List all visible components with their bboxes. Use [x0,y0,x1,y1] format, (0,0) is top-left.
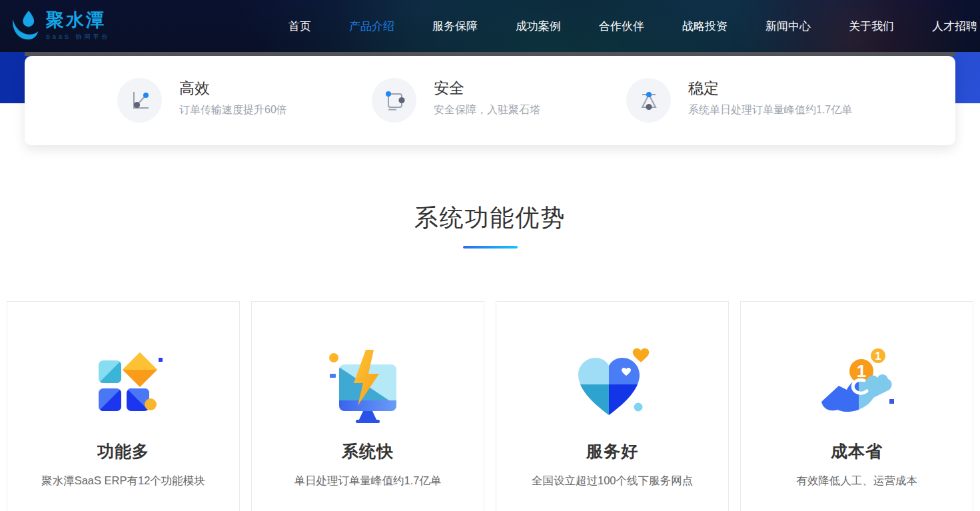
brand-tagline: SaaS 协同平台 [46,33,111,41]
advantage-card-cost: 1 1 成本省 有效降低人工、运营成本 [740,301,973,511]
modules-grid-icon [80,346,167,424]
navbar: 聚水潭 SaaS 协同平台 首页 产品介绍 服务保障 成功案例 合作伙伴 战略投… [0,0,980,52]
highlight-card: 高效 订单传输速度提升60倍 安全 安全保障，入驻聚石塔 [25,56,955,145]
advantage-desc: 全国设立超过100个线下服务网点 [496,474,728,488]
highlight-security: 安全 安全保障，入驻聚石塔 [372,78,540,123]
highlight-stability: 稳定 系统单日处理订单量峰值约1.7亿单 [626,78,852,123]
nav-item-news[interactable]: 新闻中心 [765,19,811,34]
nav-item-about[interactable]: 关于我们 [849,19,894,34]
highlight-icon-circle [372,78,416,123]
lightning-monitor-icon [324,346,411,424]
stable-triangle-icon [637,89,661,113]
water-drop-icon [9,9,40,43]
highlight-desc: 安全保障，入驻聚石塔 [434,103,540,117]
highlight-title: 高效 [179,80,287,97]
highlight-text: 高效 订单传输速度提升60倍 [179,78,287,117]
advantage-title: 系统快 [252,440,484,462]
advantage-title: 服务好 [496,440,728,462]
line-chart-icon [128,89,152,113]
highlight-desc: 订单传输速度提升60倍 [179,103,287,117]
brand-text: 聚水潭 SaaS 协同平台 [46,11,111,41]
section-title-underline [463,246,518,249]
heart-icon [569,346,656,424]
secure-box-icon [382,89,406,113]
advantage-cards-row: 功能多 聚水潭SaaS ERP有12个功能模块 系统快 单日处 [0,301,980,511]
hand-coin-icon: 1 1 [813,346,900,424]
nav-item-service-guarantee[interactable]: 服务保障 [432,19,478,34]
advantage-card-service: 服务好 全国设立超过100个线下服务网点 [496,301,729,511]
highlight-text: 稳定 系统单日处理订单量峰值约1.7亿单 [688,78,852,117]
nav-item-careers[interactable]: 人才招聘 [932,19,977,34]
advantage-desc: 聚水潭SaaS ERP有12个功能模块 [7,474,239,488]
section-title: 系统功能优势 [0,202,980,235]
advantage-card-features: 功能多 聚水潭SaaS ERP有12个功能模块 [7,301,240,511]
section-header: 系统功能优势 [0,202,980,249]
highlight-icon-circle [117,78,162,123]
highlight-efficiency: 高效 订单传输速度提升60倍 [117,78,287,123]
highlight-desc: 系统单日处理订单量峰值约1.7亿单 [688,103,852,117]
nav-item-partners[interactable]: 合作伙伴 [599,19,644,34]
main-nav: 首页 产品介绍 服务保障 成功案例 合作伙伴 战略投资 新闻中心 关于我们 人才… [288,19,977,34]
highlight-icon-circle [626,78,671,123]
highlight-title: 稳定 [688,80,852,97]
coin-number-small: 1 [875,350,881,362]
coin-number: 1 [857,361,866,381]
nav-item-investment[interactable]: 战略投资 [682,19,728,34]
highlight-title: 安全 [434,80,540,97]
advantage-title: 功能多 [7,440,239,462]
advantage-title: 成本省 [741,440,973,462]
nav-item-success-cases[interactable]: 成功案例 [516,19,561,34]
nav-item-home[interactable]: 首页 [288,19,311,34]
advantage-desc: 单日处理订单量峰值约1.7亿单 [252,474,484,488]
highlight-text: 安全 安全保障，入驻聚石塔 [434,78,540,117]
advantage-card-speed: 系统快 单日处理订单量峰值约1.7亿单 [251,301,484,511]
brand-name: 聚水潭 [46,11,111,29]
nav-item-products[interactable]: 产品介绍 [349,19,394,34]
advantage-desc: 有效降低人工、运营成本 [741,474,973,488]
brand-logo[interactable]: 聚水潭 SaaS 协同平台 [9,9,111,43]
